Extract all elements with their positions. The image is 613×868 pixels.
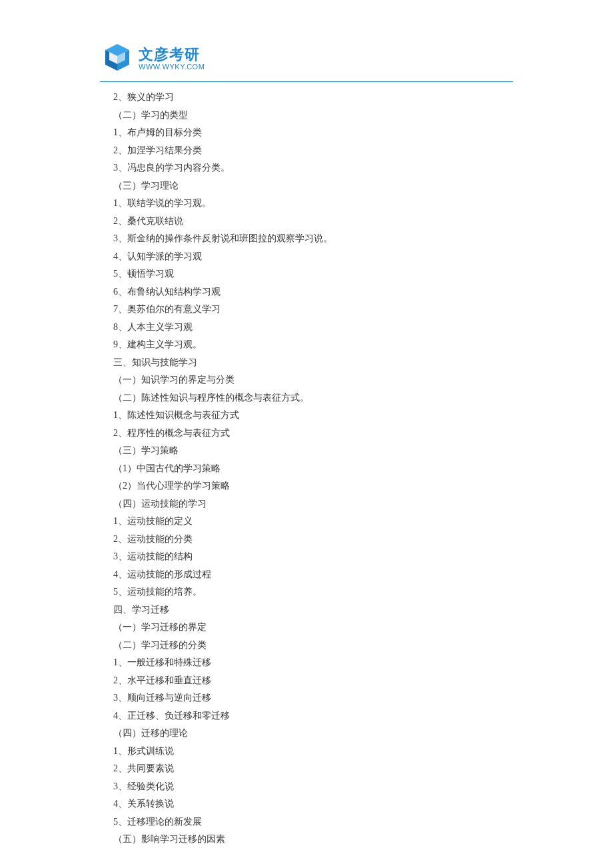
outline-item: 3、运动技能的结构 bbox=[113, 548, 513, 566]
outline-item: 1、陈述性知识概念与表征方式 bbox=[113, 407, 513, 425]
outline-item: （四）运动技能的学习 bbox=[113, 495, 513, 513]
outline-item: （二）学习的类型 bbox=[113, 107, 513, 125]
outline-item: 5、迁移理论的新发展 bbox=[113, 813, 513, 831]
outline-item: （2）当代心理学的学习策略 bbox=[113, 477, 513, 495]
outline-item: 2、加涅学习结果分类 bbox=[113, 142, 513, 160]
outline-item: 5、运动技能的培养。 bbox=[113, 583, 513, 601]
outline-item: 6、布鲁纳认知结构学习观 bbox=[113, 283, 513, 301]
outline-item: 2、运动技能的分类 bbox=[113, 531, 513, 549]
outline-item: 1、一般迁移和特殊迁移 bbox=[113, 654, 513, 672]
outline-item: （一）知识学习的界定与分类 bbox=[113, 371, 513, 389]
outline-item: （一）学习迁移的界定 bbox=[113, 619, 513, 637]
outline-item: 3、冯忠良的学习内容分类。 bbox=[113, 159, 513, 177]
outline-item: 1、布卢姆的目标分类 bbox=[113, 124, 513, 142]
outline-item: （三）学习理论 bbox=[113, 177, 513, 195]
outline-item: 4、运动技能的形成过程 bbox=[113, 566, 513, 584]
outline-item: 7、奥苏伯尔的有意义学习 bbox=[113, 301, 513, 319]
outline-item: 2、狭义的学习 bbox=[113, 89, 513, 107]
outline-item: 3、经验类化说 bbox=[113, 778, 513, 796]
outline-item: 2、水平迁移和垂直迁移 bbox=[113, 672, 513, 690]
outline-item: （五）影响学习迁移的因素 bbox=[113, 831, 513, 849]
outline-item: 1、运动技能的定义 bbox=[113, 513, 513, 531]
outline-item: （四）迁移的理论 bbox=[113, 725, 513, 743]
outline-item: 4、认知学派的学习观 bbox=[113, 248, 513, 266]
outline-item: 5、顿悟学习观 bbox=[113, 265, 513, 283]
logo-url: WWW.WYKY.COM bbox=[139, 63, 205, 71]
outline-item: 3、顺向迁移与逆向迁移 bbox=[113, 689, 513, 707]
logo-title: 文彦考研 bbox=[139, 47, 205, 63]
outline-item: （1）中国古代的学习策略 bbox=[113, 460, 513, 478]
outline-item: 2、桑代克联结说 bbox=[113, 213, 513, 231]
logo-header: 文彦考研 WWW.WYKY.COM bbox=[100, 40, 513, 77]
outline-item: （二）学习迁移的分类 bbox=[113, 637, 513, 655]
outline-item: 1、形式训练说 bbox=[113, 743, 513, 761]
outline-content: 2、狭义的学习 （二）学习的类型 1、布卢姆的目标分类 2、加涅学习结果分类 3… bbox=[100, 89, 513, 849]
outline-item: 3、斯金纳的操作条件反射说和班图拉的观察学习说。 bbox=[113, 230, 513, 248]
document-page: 文彦考研 WWW.WYKY.COM 2、狭义的学习 （二）学习的类型 1、布卢姆… bbox=[0, 0, 613, 868]
outline-item: 2、共同要素说 bbox=[113, 760, 513, 778]
outline-item: 9、建构主义学习观。 bbox=[113, 336, 513, 354]
outline-item: （三）学习策略 bbox=[113, 442, 513, 460]
outline-item: 2、程序性的概念与表征方式 bbox=[113, 425, 513, 443]
outline-item: 8、人本主义学习观 bbox=[113, 319, 513, 337]
outline-item: 三、知识与技能学习 bbox=[113, 354, 513, 372]
outline-item: 4、关系转换说 bbox=[113, 795, 513, 813]
outline-item: （二）陈述性知识与程序性的概念与表征方式。 bbox=[113, 389, 513, 407]
header-divider bbox=[100, 81, 513, 82]
logo-icon bbox=[100, 41, 135, 76]
outline-item: 1、联结学说的学习观。 bbox=[113, 195, 513, 213]
outline-item: 4、正迁移、负迁移和零迁移 bbox=[113, 707, 513, 725]
logo-text-block: 文彦考研 WWW.WYKY.COM bbox=[139, 47, 205, 71]
outline-item: 四、学习迁移 bbox=[113, 601, 513, 619]
